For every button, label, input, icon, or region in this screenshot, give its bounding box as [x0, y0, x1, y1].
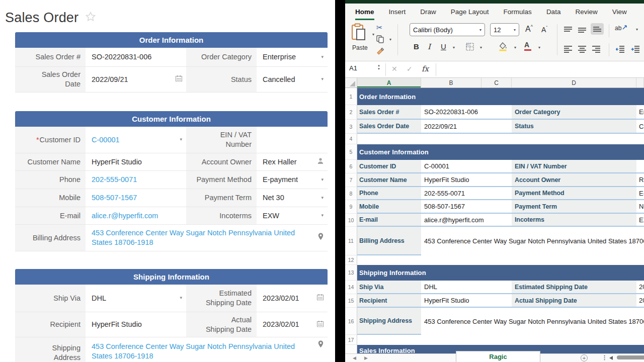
cell[interactable]: [357, 134, 644, 144]
orientation-dropdown-caret[interactable]: ▾: [636, 27, 638, 32]
decrease-indent-button[interactable]: [616, 45, 625, 55]
cell[interactable]: Shipping Address: [357, 308, 421, 335]
cancel-entry-icon[interactable]: ✕: [391, 65, 397, 73]
cell[interactable]: Enterprise: [636, 105, 644, 120]
sheet-tab-ragic[interactable]: Ragic: [456, 351, 540, 362]
italic-button[interactable]: I: [428, 42, 431, 51]
increase-font-size-button[interactable]: A^: [525, 24, 533, 34]
align-bottom-button[interactable]: [591, 23, 604, 35]
cell-banner[interactable]: Shipping Information: [357, 265, 644, 281]
row-header[interactable]: 15: [345, 294, 357, 308]
cell[interactable]: Net 30: [636, 200, 644, 214]
account-owner-field[interactable]: Rex Haller: [257, 153, 328, 171]
cell[interactable]: Actual Shipping Date: [512, 294, 636, 308]
format-painter-icon[interactable]: [376, 47, 384, 57]
map-pin-icon[interactable]: [318, 233, 324, 243]
cell[interactable]: Ship Via: [357, 281, 421, 294]
column-header-e[interactable]: [636, 78, 644, 87]
cell[interactable]: Recipient: [357, 294, 421, 308]
font-color-dropdown-caret[interactable]: ▾: [538, 45, 540, 50]
actual-shipping-date-field[interactable]: 2023/02/01: [257, 312, 328, 337]
increase-indent-button[interactable]: [631, 45, 640, 55]
paste-dropdown-caret[interactable]: ▾: [372, 32, 374, 37]
row-header[interactable]: 5: [345, 144, 357, 160]
overflow-menu-icon[interactable]: ⋮: [602, 354, 607, 361]
sales-order-date-field[interactable]: 2022/09/21: [86, 67, 186, 93]
cell[interactable]: Phone: [357, 187, 421, 200]
column-header-c[interactable]: C: [481, 78, 512, 87]
column-header-b[interactable]: B: [421, 78, 481, 87]
tab-data[interactable]: Data: [546, 4, 561, 20]
hscroll-thumb[interactable]: [617, 355, 644, 359]
cell[interactable]: Rex Haller: [636, 173, 644, 187]
cell[interactable]: Status: [512, 120, 636, 134]
ein-vat-field[interactable]: [257, 127, 328, 153]
row-header[interactable]: 9: [345, 200, 357, 214]
cell[interactable]: Estimated Shipping Date: [512, 281, 636, 294]
underline-dropdown-caret[interactable]: ▾: [453, 45, 455, 50]
cell[interactable]: Mobile: [357, 200, 421, 214]
status-select[interactable]: Cancelled ▾: [257, 67, 328, 93]
cell-banner[interactable]: Order Information: [357, 88, 644, 105]
cell[interactable]: HyperFit Studio: [421, 294, 512, 308]
font-size-select[interactable]: 12 ▾: [490, 23, 519, 36]
cell[interactable]: C-00001: [421, 160, 512, 173]
name-box-spinner[interactable]: ▲▼: [377, 64, 380, 70]
align-right-button[interactable]: [592, 45, 601, 55]
row-header[interactable]: 3: [345, 120, 357, 134]
bold-button[interactable]: B: [414, 42, 419, 51]
favorite-star-icon[interactable]: [85, 11, 97, 25]
cell[interactable]: alice.r@hyperfit.com: [421, 214, 512, 227]
cell[interactable]: Customer ID: [357, 160, 421, 173]
map-pin-icon[interactable]: [318, 340, 324, 350]
row-header[interactable]: 16: [345, 308, 357, 335]
font-name-select[interactable]: Calibri (Body) ▾: [410, 23, 485, 36]
cell[interactable]: 2022/09/21: [421, 120, 512, 134]
cell[interactable]: Order Category: [512, 105, 636, 120]
row-header[interactable]: 8: [345, 187, 357, 200]
row-header[interactable]: 11: [345, 227, 357, 255]
font-color-button[interactable]: A: [524, 41, 531, 51]
calendar-icon[interactable]: [176, 75, 182, 84]
estimated-shipping-date-field[interactable]: 2023/02/01: [257, 285, 328, 312]
borders-dropdown-caret[interactable]: ▾: [480, 45, 482, 50]
add-sheet-button[interactable]: +: [581, 354, 588, 361]
cell[interactable]: [357, 335, 644, 345]
confirm-entry-icon[interactable]: ✓: [407, 65, 413, 73]
cell[interactable]: Payment Method: [512, 187, 636, 200]
row-header[interactable]: 6: [345, 160, 357, 173]
align-left-button[interactable]: [564, 45, 573, 55]
row-header[interactable]: 7: [345, 173, 357, 187]
sales-order-number-field[interactable]: SO-20220831-006: [86, 48, 186, 67]
tab-view[interactable]: View: [612, 4, 627, 20]
cell[interactable]: Billing Address: [357, 227, 421, 255]
tab-formulas[interactable]: Formulas: [504, 4, 532, 20]
row-header[interactable]: 10: [345, 214, 357, 227]
cell[interactable]: HyperFit Studio: [421, 173, 512, 187]
cell[interactable]: Incoterms: [512, 214, 636, 227]
fill-color-button[interactable]: [499, 42, 507, 53]
tab-home[interactable]: Home: [355, 4, 374, 20]
recipient-field[interactable]: HyperFit Studio: [86, 312, 186, 337]
copy-dropdown-caret[interactable]: ▾: [389, 37, 391, 42]
order-category-select[interactable]: Enterprise ▾: [257, 48, 328, 67]
row-header[interactable]: 17: [345, 335, 357, 345]
borders-button[interactable]: [466, 43, 474, 52]
row-header[interactable]: 14: [345, 281, 357, 294]
formula-input[interactable]: [441, 61, 644, 77]
insert-function-icon[interactable]: fx: [422, 64, 429, 73]
row-header[interactable]: 1: [345, 88, 357, 105]
cut-scissors-icon[interactable]: ✂: [376, 23, 383, 32]
cell[interactable]: [357, 255, 644, 265]
tab-page-layout[interactable]: Page Layout: [451, 4, 489, 20]
tab-draw[interactable]: Draw: [420, 4, 436, 20]
cell[interactable]: E-mail: [357, 214, 421, 227]
payment-method-select[interactable]: E-payment ▾: [257, 171, 328, 189]
customer-name-field[interactable]: HyperFit Studio: [86, 153, 186, 171]
align-middle-button[interactable]: [578, 26, 587, 36]
calendar-icon[interactable]: [317, 294, 324, 303]
cell[interactable]: SO-20220831-006: [421, 105, 512, 120]
row-header[interactable]: 13: [345, 265, 357, 281]
incoterms-select[interactable]: EXW ▾: [257, 207, 328, 225]
cell[interactable]: 453 Conference Center Way Sugar Notch Pe…: [421, 308, 644, 335]
